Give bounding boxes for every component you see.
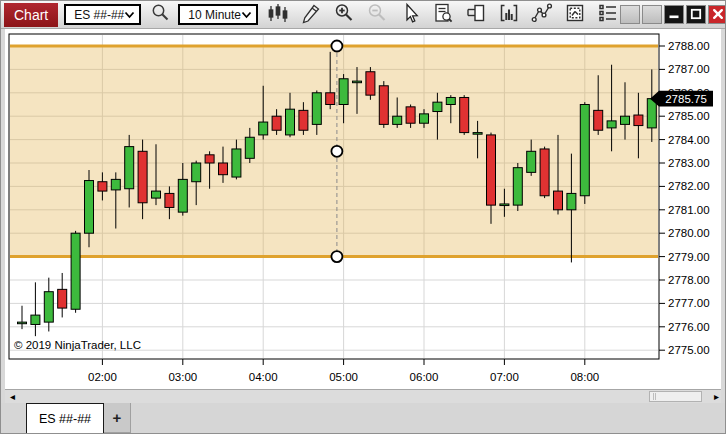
candle <box>580 102 589 204</box>
zoom-in-button[interactable] <box>332 3 356 27</box>
scroll-right-arrow-icon[interactable]: ▸ <box>714 390 719 403</box>
scrollbar-thumb[interactable] <box>649 391 702 402</box>
anchor-handle[interactable] <box>331 251 342 262</box>
svg-text:2788.00: 2788.00 <box>668 40 710 52</box>
instrument-link-button[interactable] <box>620 5 640 24</box>
svg-text:2782.00: 2782.00 <box>668 180 710 192</box>
svg-text:2777.00: 2777.00 <box>668 297 710 309</box>
tab-bar: ES ##-## + <box>1 403 725 433</box>
zoom-out-icon <box>366 2 388 28</box>
svg-text:2778.00: 2778.00 <box>668 274 710 286</box>
svg-text:05:00: 05:00 <box>329 371 358 383</box>
properties-button[interactable] <box>596 3 620 27</box>
instrument-search-button[interactable] <box>149 3 171 27</box>
svg-text:04:00: 04:00 <box>249 371 278 383</box>
svg-text:03:00: 03:00 <box>168 371 197 383</box>
snapshot-button[interactable] <box>563 3 587 27</box>
zoom-out-button <box>365 3 389 27</box>
title-bar[interactable]: Chart ES ##-## 10 Minute <box>1 1 725 29</box>
candle <box>540 147 549 198</box>
instrument-selector[interactable]: ES ##-## <box>64 4 141 25</box>
data-box-button[interactable] <box>431 3 455 27</box>
tab-es-instrument[interactable]: ES ##-## <box>26 403 104 433</box>
chart-horizontal-scrollbar[interactable]: ◂ ▸ <box>5 389 721 403</box>
svg-text:2781.00: 2781.00 <box>668 204 710 216</box>
anchor-handle[interactable] <box>331 146 342 157</box>
svg-text:2784.00: 2784.00 <box>668 134 710 146</box>
chevron-down-icon <box>241 8 252 22</box>
search-icon <box>149 2 171 28</box>
strategies-button[interactable] <box>530 3 554 27</box>
drawing-tools-icon <box>300 2 322 28</box>
chart-style-button[interactable] <box>266 3 290 27</box>
indicators-icon <box>498 2 520 28</box>
chevron-down-icon <box>124 8 135 22</box>
svg-text:2785.00: 2785.00 <box>668 110 710 122</box>
strategies-icon <box>531 2 553 28</box>
chart-style-icon <box>267 2 289 28</box>
maximize-icon <box>690 6 702 24</box>
close-icon <box>712 6 724 24</box>
properties-icon <box>597 2 619 28</box>
scroll-left-arrow-icon[interactable]: ◂ <box>10 390 15 403</box>
interval-value: 10 Minute <box>188 8 241 22</box>
snapshot-icon <box>564 2 586 28</box>
svg-text:2787.00: 2787.00 <box>668 63 710 75</box>
candle <box>460 95 469 135</box>
window-buttons <box>620 5 726 24</box>
zoom-in-icon <box>333 2 355 28</box>
data-box-icon <box>432 2 454 28</box>
close-button[interactable] <box>708 5 726 24</box>
drawing-tools-button[interactable] <box>299 3 323 27</box>
copyright-text: © 2019 NinjaTrader, LLC <box>14 339 141 351</box>
svg-text:2780.00: 2780.00 <box>668 227 710 239</box>
svg-text:2776.00: 2776.00 <box>668 321 710 333</box>
svg-text:07:00: 07:00 <box>490 371 519 383</box>
svg-text:06:00: 06:00 <box>410 371 439 383</box>
candle <box>366 67 375 100</box>
maximize-button[interactable] <box>686 5 706 24</box>
minimize-icon <box>668 6 680 24</box>
svg-text:08:00: 08:00 <box>570 371 599 383</box>
minimize-button[interactable] <box>664 5 684 24</box>
add-panel-button[interactable] <box>464 3 488 27</box>
window-type-label: Chart <box>14 7 48 23</box>
svg-text:2783.00: 2783.00 <box>668 157 710 169</box>
cursor-icon <box>399 2 421 28</box>
svg-text:2785.75: 2785.75 <box>665 93 707 105</box>
toolbar <box>258 3 620 27</box>
chart-window: Chart ES ##-## 10 Minute <box>0 0 726 434</box>
interval-link-button[interactable] <box>642 5 662 24</box>
svg-text:2775.00: 2775.00 <box>668 344 710 356</box>
chart-region: © 2019 NinjaTrader, LLC2788.002787.00278… <box>1 29 726 389</box>
svg-text:2779.00: 2779.00 <box>668 251 710 263</box>
candlestick-chart[interactable]: © 2019 NinjaTrader, LLC2788.002787.00278… <box>1 29 726 389</box>
indicators-button[interactable] <box>497 3 521 27</box>
add-tab-button[interactable]: + <box>104 403 131 433</box>
window-type-tab: Chart <box>4 3 58 27</box>
candle <box>513 163 522 211</box>
instrument-value: ES ##-## <box>74 8 124 22</box>
plus-icon: + <box>113 409 122 426</box>
tab-label: ES ##-## <box>39 412 91 426</box>
last-price-marker: 2785.75 <box>650 91 713 107</box>
cursor-button[interactable] <box>398 3 422 27</box>
anchor-handle[interactable] <box>331 41 342 52</box>
interval-selector[interactable]: 10 Minute <box>178 4 258 25</box>
candle <box>71 231 80 313</box>
svg-text:02:00: 02:00 <box>88 371 117 383</box>
add-panel-icon <box>465 2 487 28</box>
candle <box>379 81 388 128</box>
